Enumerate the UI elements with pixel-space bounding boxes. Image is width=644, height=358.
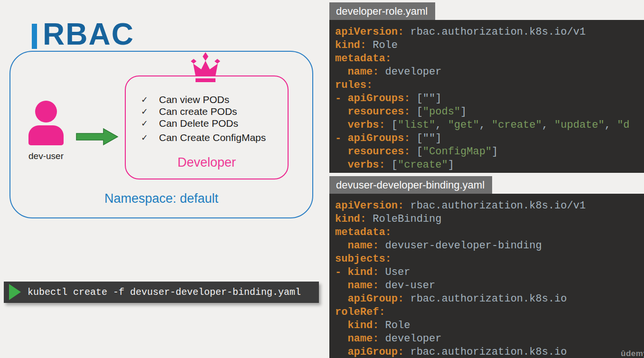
terminal-bar: kubectl create -f devuser-developer-bind…: [4, 282, 319, 303]
file-tab-developer-role: developer-role.yaml: [329, 2, 435, 20]
developer-label: Developer: [125, 155, 289, 170]
code-block-devuser-developer-binding: apiVersion: rbac.authorization.k8s.io/v1…: [329, 194, 644, 358]
code-line: name: dev-user: [335, 279, 644, 292]
permission-item: ✓Can Create ConfigMaps: [141, 132, 283, 143]
code-line: kind: Role: [335, 319, 644, 332]
code-line: - apiGroups: [""]: [335, 92, 644, 105]
code-line: kind: RoleBinding: [335, 213, 644, 226]
check-icon: ✓: [141, 132, 159, 143]
code-line: verbs: ["create"]: [335, 159, 644, 172]
code-line: - apiGroups: [""]: [335, 132, 644, 145]
permission-label: Can view PODs: [159, 94, 229, 105]
code-line: kind: Role: [335, 39, 644, 52]
page-title: RBAC: [43, 19, 134, 49]
terminal-command: kubectl create -f devuser-developer-bind…: [28, 282, 301, 303]
code-line: - kind: User: [335, 266, 644, 279]
code-line: name: developer: [335, 332, 644, 346]
code-line: apiVersion: rbac.authorization.k8s.io/v1: [335, 199, 644, 213]
play-triangle-icon: [9, 284, 21, 300]
slide: RBAC Namespace: default dev-user ✓Can vi…: [0, 0, 644, 358]
permission-label: Can create PODs: [159, 106, 237, 117]
person-body: [28, 125, 64, 145]
watermark-udemy: ûdemy: [621, 349, 644, 358]
check-icon: ✓: [141, 106, 159, 117]
code-line: apiVersion: rbac.authorization.k8s.io/v1: [335, 26, 644, 39]
permission-list: ✓Can view PODs✓Can create PODs✓Can Delet…: [141, 94, 283, 143]
permission-label: Can Delete PODs: [159, 118, 238, 129]
permission-label: Can Create ConfigMaps: [159, 132, 266, 143]
crown-icon: [188, 51, 223, 84]
code-line: roleRef:: [335, 306, 644, 319]
code-line: name: devuser-developer-binding: [335, 239, 644, 253]
file-tab-devuser-developer-binding: devuser-developer-binding.yaml: [329, 176, 492, 194]
code-block-developer-role: apiVersion: rbac.authorization.k8s.io/v1…: [329, 20, 644, 173]
title-accent-bar: [32, 24, 37, 49]
arrow-right-icon: [76, 127, 119, 146]
code-line: apiGroup: rbac.authorization.k8s.io: [335, 346, 644, 358]
code-line: name: developer: [335, 66, 644, 79]
person-head: [35, 101, 57, 122]
code-line: metadata:: [335, 226, 644, 239]
code-line: resources: ["pods"]: [335, 105, 644, 119]
person-icon: [28, 101, 64, 146]
permission-item: ✓Can Delete PODs: [141, 117, 283, 129]
dev-user-label: dev-user: [18, 151, 75, 161]
code-line: rules:: [335, 79, 644, 92]
check-icon: ✓: [141, 118, 159, 129]
permission-item: ✓Can view PODs: [141, 94, 283, 105]
permission-item: ✓Can create PODs: [141, 105, 283, 117]
namespace-label: Namespace: default: [9, 191, 313, 206]
code-line: apiGroup: rbac.authorization.k8s.io: [335, 292, 644, 306]
code-line: subjects:: [335, 253, 644, 266]
code-line: verbs: ["list", "get", "create", "update…: [335, 119, 644, 132]
code-line: resources: ["ConfigMap"]: [335, 145, 644, 159]
check-icon: ✓: [141, 94, 159, 105]
code-line: metadata:: [335, 52, 644, 66]
